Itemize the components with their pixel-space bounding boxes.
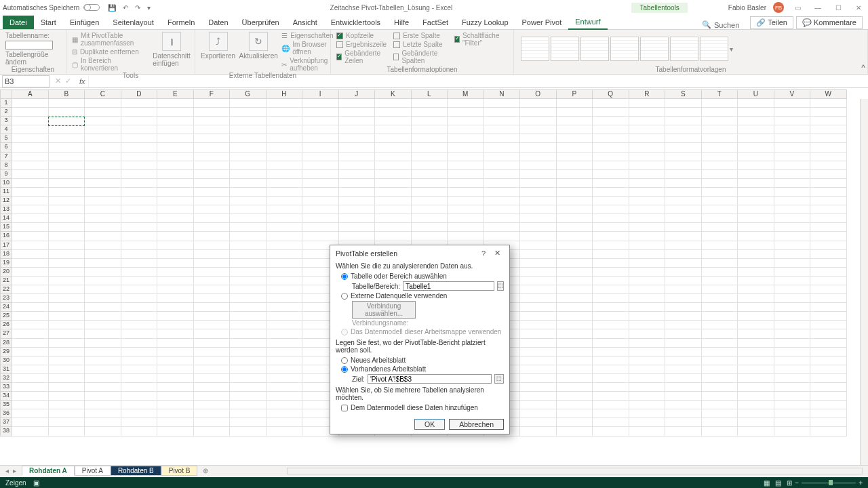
cell[interactable] [738, 134, 774, 143]
cell[interactable] [702, 99, 738, 108]
cell[interactable] [121, 188, 158, 197]
cell[interactable] [593, 259, 629, 268]
cell[interactable] [520, 401, 557, 409]
cell[interactable] [629, 383, 666, 392]
cell[interactable] [665, 99, 702, 108]
cell[interactable] [267, 383, 303, 392]
cell[interactable] [49, 303, 85, 312]
cell[interactable] [448, 152, 484, 161]
cell[interactable] [157, 99, 194, 108]
cell[interactable] [339, 108, 376, 117]
cell[interactable] [412, 117, 448, 125]
cell[interactable] [339, 205, 376, 214]
cell[interactable] [194, 161, 231, 170]
cell[interactable] [85, 339, 121, 348]
tab-seitenlayout[interactable]: Seitenlayout [106, 16, 161, 29]
cell[interactable] [593, 134, 629, 143]
cell[interactable] [738, 374, 774, 383]
cell[interactable] [121, 294, 158, 303]
chk-total[interactable] [336, 41, 343, 48]
cell[interactable] [484, 214, 521, 223]
chk-filter[interactable] [454, 36, 460, 43]
cell[interactable] [557, 312, 593, 321]
cell[interactable] [484, 143, 521, 152]
cell[interactable] [629, 170, 666, 179]
cell[interactable] [339, 188, 376, 197]
cell[interactable] [774, 303, 811, 312]
cell[interactable] [339, 179, 376, 188]
cell[interactable] [267, 357, 303, 365]
cell[interactable] [629, 197, 666, 205]
cell[interactable] [520, 232, 557, 241]
cell[interactable] [557, 152, 593, 161]
cell[interactable] [738, 250, 774, 259]
cell[interactable] [157, 365, 194, 374]
cell[interactable] [12, 161, 49, 170]
cell[interactable] [593, 188, 629, 197]
cell[interactable] [738, 179, 774, 188]
cell[interactable] [121, 392, 158, 401]
cell[interactable] [157, 418, 194, 427]
cell[interactable] [665, 188, 702, 197]
cell[interactable] [629, 143, 666, 152]
cell[interactable] [629, 205, 666, 214]
cell[interactable] [121, 214, 158, 223]
cell[interactable] [12, 427, 49, 436]
cell[interactable] [194, 427, 231, 436]
cell[interactable] [121, 259, 158, 268]
cell[interactable] [194, 348, 231, 357]
cell[interactable] [49, 277, 85, 285]
cell[interactable] [49, 259, 85, 268]
cell[interactable] [810, 348, 847, 357]
cell[interactable] [85, 117, 121, 125]
cell[interactable] [194, 108, 231, 117]
cell[interactable] [520, 117, 557, 125]
cell[interactable] [157, 134, 194, 143]
tab-start[interactable]: Start [34, 16, 63, 29]
cell[interactable] [738, 285, 774, 294]
cell[interactable] [230, 223, 267, 232]
cell[interactable] [85, 161, 121, 170]
cell[interactable] [484, 134, 521, 143]
cell[interactable] [412, 197, 448, 205]
cell[interactable] [774, 427, 811, 436]
cell[interactable] [629, 268, 666, 277]
minimize-icon[interactable]: — [811, 4, 825, 12]
cell[interactable] [520, 312, 557, 321]
cell[interactable] [121, 277, 158, 285]
cell[interactable] [810, 170, 847, 179]
row-header[interactable]: 14 [0, 214, 12, 223]
dialog-help-icon[interactable]: ? [477, 249, 490, 258]
cell[interactable] [121, 268, 158, 277]
cell[interactable] [702, 232, 738, 241]
cell[interactable] [230, 365, 267, 374]
cell[interactable] [738, 117, 774, 125]
cell[interactable] [702, 179, 738, 188]
summarize-pivot-button[interactable]: ▦Mit PivotTable zusammenfassen [72, 32, 149, 47]
range-ref-button[interactable]: ⬚ [497, 281, 504, 291]
cell[interactable] [593, 161, 629, 170]
cell[interactable] [230, 214, 267, 223]
tab-entwurf[interactable]: Entwurf [568, 15, 607, 30]
cell[interactable] [267, 117, 303, 125]
cell[interactable] [194, 143, 231, 152]
col-header[interactable]: Q [593, 89, 629, 99]
sheet-tab-rohdaten-b[interactable]: Rohdaten B [111, 466, 161, 476]
cell[interactable] [49, 348, 85, 357]
cell[interactable] [267, 294, 303, 303]
export-button[interactable]: ⤴Exportieren [201, 32, 235, 60]
cell[interactable] [157, 392, 194, 401]
cell[interactable] [810, 285, 847, 294]
row-header[interactable]: 22 [0, 285, 12, 294]
row-header[interactable]: 37 [0, 418, 12, 427]
cell[interactable] [810, 303, 847, 312]
cell[interactable] [121, 321, 158, 329]
cell[interactable] [12, 277, 49, 285]
cell[interactable] [85, 321, 121, 329]
cell[interactable] [12, 329, 49, 338]
cell[interactable] [448, 170, 484, 179]
col-header[interactable]: A [12, 89, 49, 99]
cell[interactable] [49, 409, 85, 418]
cell[interactable] [230, 348, 267, 357]
cell[interactable] [12, 188, 49, 197]
